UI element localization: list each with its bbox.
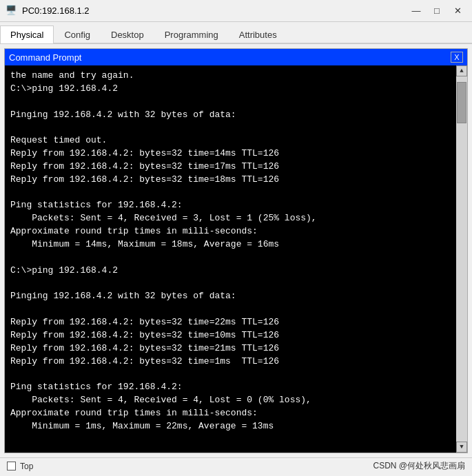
top-label: Top — [20, 462, 33, 471]
cmd-window: Command Prompt X the name and try again.… — [4, 48, 468, 453]
close-button[interactable]: ✕ — [449, 3, 466, 19]
title-bar: 🖥️ PC0:192.168.1.2 — □ ✕ — [0, 0, 472, 22]
window-icon: 🖥️ — [6, 5, 18, 17]
minimize-button[interactable]: — — [407, 3, 425, 19]
status-left: Top — [7, 462, 33, 471]
tab-bar: Physical Config Desktop Programming Attr… — [0, 22, 472, 44]
tab-programming[interactable]: Programming — [154, 25, 229, 43]
scrollbar-track[interactable] — [456, 76, 467, 442]
watermark: CSDN @何处秋风悲画扇 — [373, 460, 465, 472]
cmd-scrollbar: ▲ ▼ — [456, 65, 467, 453]
cmd-title: Command Prompt — [9, 52, 81, 63]
cmd-body: the name and try again. C:\>ping 192.168… — [5, 65, 467, 453]
top-checkbox[interactable] — [7, 462, 16, 470]
window-title: PC0:192.168.1.2 — [22, 6, 90, 16]
tab-config[interactable]: Config — [54, 25, 101, 43]
title-bar-left: 🖥️ PC0:192.168.1.2 — [6, 5, 90, 17]
tab-desktop[interactable]: Desktop — [101, 25, 154, 43]
cmd-close-button[interactable]: X — [451, 52, 463, 63]
title-bar-controls: — □ ✕ — [407, 3, 466, 19]
scrollbar-up-button[interactable]: ▲ — [456, 65, 467, 76]
scrollbar-thumb[interactable] — [457, 82, 466, 123]
cmd-titlebar: Command Prompt X — [5, 49, 467, 65]
status-bar: Top CSDN @何处秋风悲画扇 — [0, 457, 472, 474]
maximize-button[interactable]: □ — [428, 3, 446, 19]
cmd-content[interactable]: the name and try again. C:\>ping 192.168… — [5, 65, 456, 453]
tab-attributes[interactable]: Attributes — [229, 25, 287, 43]
tab-physical[interactable]: Physical — [0, 25, 54, 43]
scrollbar-down-button[interactable]: ▼ — [456, 442, 467, 453]
